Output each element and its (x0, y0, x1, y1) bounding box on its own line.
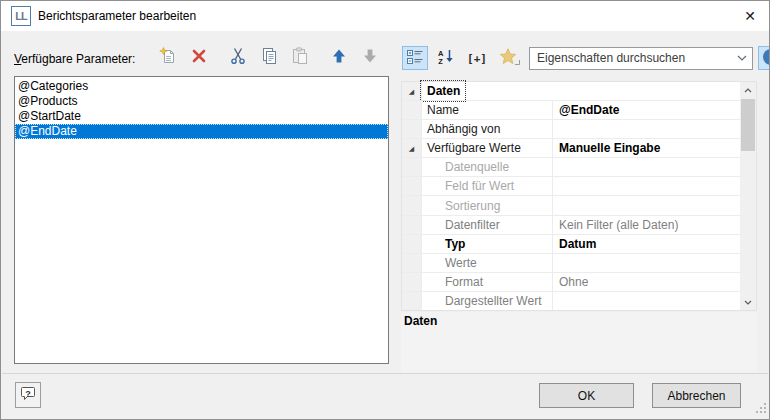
row-indicator-cell (402, 101, 422, 119)
property-value[interactable]: Kein Filter (alle Daten) (552, 216, 740, 234)
new-parameter-button[interactable] (157, 46, 179, 68)
copy-button[interactable] (258, 46, 280, 68)
property-grid: ◢DatenName@EndDateAbhängig von◢Verfügbar… (401, 81, 757, 311)
move-down-button (359, 46, 381, 68)
row-indicator-cell (402, 235, 422, 253)
property-value[interactable]: Datum (552, 235, 740, 253)
new-document-icon (159, 47, 177, 68)
property-category-row[interactable]: ◢Daten (402, 82, 740, 101)
property-value[interactable] (552, 292, 740, 310)
scrollbar[interactable] (740, 82, 756, 310)
cancel-button[interactable]: Abbrechen (652, 383, 741, 408)
parameter-toolbar (157, 46, 381, 68)
info-toggle-button[interactable] (758, 46, 770, 70)
property-value[interactable] (552, 177, 740, 195)
collapse-expander-icon[interactable]: ◢ (409, 88, 414, 95)
property-value[interactable] (552, 158, 740, 176)
scrollbar-thumb[interactable] (741, 99, 755, 151)
dropdown-corner-icon (514, 54, 520, 68)
property-description-panel: Daten (401, 312, 757, 372)
property-row[interactable]: Datenquelle (402, 158, 740, 177)
property-row[interactable]: FormatOhne (402, 273, 740, 292)
property-value[interactable]: @EndDate (552, 101, 740, 119)
row-indicator-cell (402, 216, 422, 234)
description-title: Daten (404, 314, 437, 328)
property-value[interactable]: Ohne (552, 273, 740, 291)
row-indicator-cell (402, 177, 422, 195)
property-label: Sortierung (422, 196, 552, 214)
sort-alphabetical-button[interactable]: A Z (433, 46, 459, 70)
property-label: Daten (422, 82, 464, 100)
paste-clipboard-icon (292, 47, 308, 68)
property-row[interactable]: ◢Verfügbare WerteManuelle Eingabe (402, 139, 740, 158)
footer-separator (2, 373, 768, 374)
row-indicator-cell (402, 254, 422, 272)
expand-all-icon: [+] (467, 52, 487, 65)
categorized-list-icon (407, 50, 423, 67)
list-item[interactable]: @EndDate (15, 124, 388, 139)
parameter-listbox[interactable]: @Categories@Products@StartDate@EndDate (14, 76, 389, 364)
list-item[interactable]: @Products (15, 94, 388, 109)
help-question-mark: ? (25, 389, 31, 399)
scroll-up-icon[interactable] (740, 82, 756, 98)
property-label: Typ (422, 235, 552, 253)
property-value[interactable]: Manuelle Eingabe (552, 139, 740, 157)
paste-button (289, 46, 311, 68)
row-indicator-cell (402, 120, 422, 138)
app-icon: LL (11, 6, 31, 26)
property-row[interactable]: Name@EndDate (402, 101, 740, 120)
property-label: Name (422, 101, 552, 119)
report-parameters-dialog: LL Berichtsparameter bearbeiten ✕ Verfüg… (0, 0, 770, 420)
arrow-up-icon (332, 48, 346, 67)
property-label: Datenquelle (422, 158, 552, 176)
row-indicator-cell: ◢ (402, 82, 422, 100)
help-button[interactable]: ? (15, 382, 41, 408)
info-icon (762, 48, 770, 69)
property-row[interactable]: Feld für Wert (402, 177, 740, 196)
cut-button[interactable] (227, 46, 249, 68)
property-row[interactable]: DatenfilterKein Filter (alle Daten) (402, 216, 740, 235)
copy-icon (261, 47, 278, 68)
property-label: Verfügbare Werte (422, 139, 552, 157)
row-indicator-cell (402, 196, 422, 214)
expand-all-button[interactable]: [+] (464, 46, 490, 70)
property-label: Abhängig von (422, 120, 552, 138)
arrow-down-icon (363, 48, 377, 67)
move-up-button[interactable] (328, 46, 350, 68)
property-row[interactable]: Sortierung (402, 196, 740, 215)
property-row[interactable]: TypDatum (402, 235, 740, 254)
delete-parameter-button[interactable] (188, 46, 210, 68)
property-row[interactable]: Abhängig von (402, 120, 740, 139)
property-value[interactable] (552, 196, 740, 214)
property-row[interactable]: Dargestellter Wert (402, 292, 740, 310)
property-label: Datenfilter (422, 216, 552, 234)
chevron-down-icon[interactable] (732, 55, 752, 61)
property-row[interactable]: Werte (402, 254, 740, 273)
close-icon[interactable]: ✕ (737, 3, 763, 29)
property-label: Feld für Wert (422, 177, 552, 195)
property-toolbar: A Z [+] Eigenschaften durchsuchen (402, 46, 770, 70)
scroll-down-icon[interactable] (740, 294, 756, 310)
title-bar[interactable]: LL Berichtsparameter bearbeiten ✕ (1, 1, 769, 31)
search-input[interactable]: Eigenschaften durchsuchen (537, 51, 732, 65)
favorites-button[interactable] (495, 46, 521, 70)
categorized-view-button[interactable] (402, 46, 428, 70)
property-label: Dargestellter Wert (422, 292, 552, 310)
property-search-combobox[interactable]: Eigenschaften durchsuchen (529, 47, 753, 70)
collapse-expander-icon[interactable]: ◢ (409, 145, 414, 152)
property-value[interactable] (552, 254, 740, 272)
ok-button[interactable]: OK (539, 383, 634, 408)
property-label: Werte (422, 254, 552, 272)
dialog-title: Berichtsparameter bearbeiten (38, 9, 196, 23)
scissors-icon (230, 47, 246, 68)
row-indicator-cell (402, 273, 422, 291)
row-indicator-cell: ◢ (402, 139, 422, 157)
list-item[interactable]: @StartDate (15, 109, 388, 124)
list-item[interactable]: @Categories (15, 79, 388, 94)
sort-az-icon: A Z (438, 49, 454, 68)
property-label: Format (422, 273, 552, 291)
svg-text:Z: Z (438, 57, 443, 65)
delete-x-icon (191, 48, 207, 67)
property-value[interactable] (552, 120, 740, 138)
resize-grip-icon[interactable] (756, 402, 766, 416)
